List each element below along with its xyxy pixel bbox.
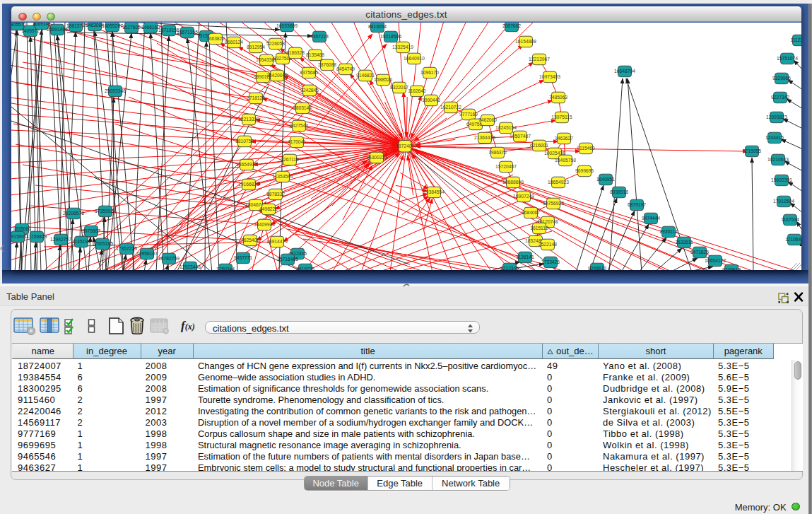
- svg-text:13975115: 13975115: [551, 115, 572, 119]
- svg-text:7986372: 7986372: [488, 150, 507, 155]
- svg-text:8938918: 8938918: [610, 189, 628, 194]
- svg-text:9329966: 9329966: [772, 76, 791, 81]
- svg-text:12505185: 12505185: [92, 241, 113, 246]
- svg-text:9474444: 9474444: [642, 216, 660, 221]
- svg-text:1112345: 1112345: [790, 37, 801, 42]
- svg-text:8135468: 8135468: [306, 52, 324, 57]
- svg-text:15720407: 15720407: [495, 164, 517, 169]
- svg-text:8813054: 8813054: [368, 24, 387, 29]
- svg-text:18245154: 18245154: [495, 125, 517, 130]
- svg-text:16210722: 16210722: [440, 105, 461, 110]
- svg-text:2935114: 2935114: [659, 229, 678, 234]
- svg-text:8427542: 8427542: [290, 123, 308, 128]
- svg-text:1136141: 1136141: [516, 255, 534, 259]
- svg-text:7485063: 7485063: [549, 95, 567, 100]
- svg-text:20206576: 20206576: [63, 211, 84, 216]
- svg-text:18495758: 18495758: [555, 158, 576, 163]
- svg-text:18654923: 18654923: [548, 180, 569, 185]
- svg-text:15692391: 15692391: [771, 177, 792, 182]
- svg-text:18409948: 18409948: [254, 222, 275, 227]
- svg-text:10958107: 10958107: [136, 251, 158, 256]
- svg-text:2522148: 2522148: [539, 242, 557, 247]
- svg-text:10973493: 10973493: [539, 74, 560, 79]
- svg-text:9245612: 9245612: [722, 267, 741, 270]
- svg-text:8912954: 8912954: [247, 45, 265, 49]
- svg-text:7663822: 7663822: [206, 36, 225, 41]
- svg-text:19166825: 19166825: [238, 182, 259, 187]
- svg-text:1881374: 1881374: [66, 23, 85, 28]
- svg-text:15751074: 15751074: [777, 56, 798, 61]
- svg-text:9227342: 9227342: [771, 95, 789, 100]
- svg-text:15716485: 15716485: [277, 257, 298, 262]
- svg-text:18654933: 18654933: [236, 162, 257, 167]
- svg-text:9212345: 9212345: [500, 266, 519, 270]
- svg-text:6879197: 6879197: [628, 202, 646, 207]
- svg-text:7357224: 7357224: [310, 34, 329, 39]
- svg-text:2803144: 2803144: [293, 105, 312, 110]
- svg-text:18724007: 18724007: [396, 144, 417, 148]
- svg-text:10507487: 10507487: [510, 134, 531, 139]
- svg-text:1210643: 1210643: [785, 237, 801, 242]
- svg-text:12213967: 12213967: [529, 57, 550, 62]
- svg-text:10655287: 10655287: [102, 23, 123, 28]
- svg-text:7462060: 7462060: [478, 117, 497, 122]
- svg-text:17359924: 17359924: [95, 209, 116, 214]
- svg-text:11353594: 11353594: [272, 174, 293, 179]
- svg-text:8322017: 8322017: [390, 85, 408, 90]
- svg-text:20691406: 20691406: [47, 27, 68, 32]
- svg-text:1810753: 1810753: [235, 139, 254, 144]
- svg-text:19218506: 19218506: [380, 34, 401, 39]
- svg-text:1162640: 1162640: [408, 88, 426, 93]
- svg-text:9975867: 9975867: [82, 228, 100, 233]
- svg-text:1835061: 1835061: [13, 226, 31, 231]
- svg-text:10654122: 10654122: [705, 258, 726, 263]
- svg-text:25053346: 25053346: [105, 88, 126, 93]
- svg-text:3915901: 3915901: [11, 234, 27, 239]
- svg-text:8186328: 8186328: [286, 50, 305, 55]
- svg-text:1145194: 1145194: [72, 239, 90, 244]
- svg-text:8454749: 8454749: [336, 66, 355, 71]
- svg-text:9777169: 9777169: [459, 112, 478, 117]
- svg-text:7625402: 7625402: [241, 238, 259, 243]
- svg-text:1733426: 1733426: [541, 259, 560, 264]
- svg-text:9245610: 9245610: [588, 266, 606, 270]
- svg-text:21364436: 21364436: [474, 135, 495, 140]
- svg-text:16782759: 16782759: [158, 256, 180, 261]
- svg-text:8375685: 8375685: [300, 70, 318, 75]
- svg-text:16640910: 16640910: [404, 56, 425, 61]
- svg-text:12213339: 12213339: [238, 117, 259, 122]
- svg-text:4498222: 4498222: [259, 206, 278, 211]
- svg-text:1640951: 1640951: [596, 177, 615, 182]
- svg-text:2069141: 2069141: [33, 23, 51, 26]
- svg-text:16648794: 16648794: [614, 69, 635, 74]
- svg-text:12942757: 12942757: [50, 237, 71, 242]
- svg-text:1167534: 1167534: [781, 217, 799, 222]
- svg-text:17357225: 17357225: [116, 246, 137, 251]
- svg-text:13325419: 13325419: [392, 45, 413, 49]
- svg-text:10688609: 10688609: [502, 180, 524, 185]
- svg-text:17010504: 17010504: [773, 199, 794, 204]
- svg-text:25300223: 25300223: [366, 155, 387, 160]
- svg-text:1244415: 1244415: [765, 135, 784, 140]
- svg-text:7632611: 7632611: [675, 240, 693, 245]
- svg-text:9684067: 9684067: [522, 210, 540, 215]
- svg-text:2718126: 2718126: [247, 95, 265, 100]
- svg-text:1250344: 1250344: [216, 267, 235, 270]
- svg-text:9115460: 9115460: [577, 146, 595, 151]
- svg-text:16671355: 16671355: [177, 30, 198, 35]
- svg-text:9457771: 9457771: [234, 255, 252, 260]
- svg-text:18907249: 18907249: [513, 194, 534, 199]
- svg-text:4819235: 4819235: [296, 267, 314, 270]
- svg-text:1615112: 1615112: [530, 226, 548, 230]
- svg-text:6216001: 6216001: [530, 143, 548, 148]
- svg-text:1463627: 1463627: [555, 136, 573, 141]
- svg-text:9242845: 9242845: [300, 88, 319, 93]
- svg-text:1527602: 1527602: [122, 25, 141, 30]
- svg-text:2876088: 2876088: [318, 62, 336, 67]
- svg-text:12093823: 12093823: [766, 115, 787, 119]
- svg-text:3267110: 3267110: [281, 157, 299, 162]
- svg-text:3215955: 3215955: [743, 148, 761, 153]
- svg-text:19384554: 19384554: [423, 189, 445, 194]
- svg-text:8471626: 8471626: [690, 250, 709, 255]
- svg-text:19756928: 19756928: [543, 201, 564, 206]
